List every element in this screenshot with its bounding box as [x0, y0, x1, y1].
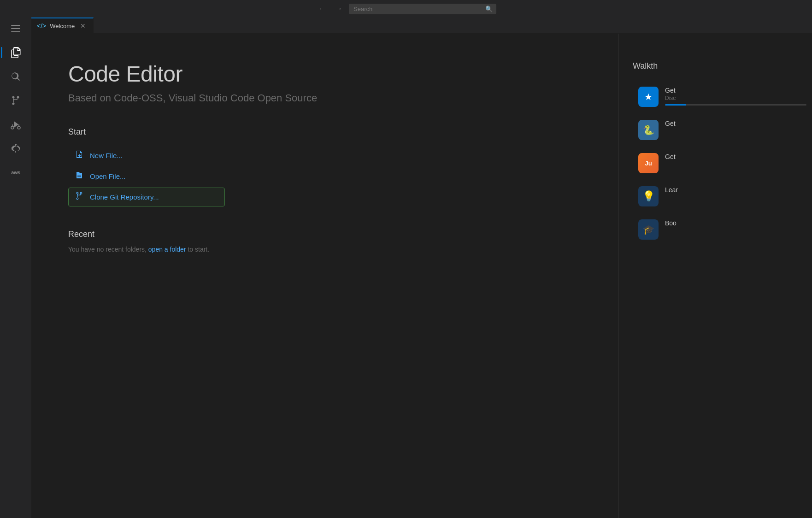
welcome-tab-label: Welcome — [50, 23, 75, 29]
get-started-text: Get Disc — [665, 87, 806, 106]
sidebar-item-explorer[interactable] — [5, 41, 27, 64]
get-python-title: Get — [665, 120, 806, 127]
new-file-icon — [74, 150, 84, 161]
top-bar: ← → 🔍 — [0, 0, 812, 18]
get-started-icon: ★ — [638, 87, 659, 107]
clone-git-label: Clone Git Repository... — [90, 193, 159, 201]
svg-point-7 — [18, 126, 20, 129]
welcome-content: Code Editor Based on Code-OSS, Visual St… — [31, 34, 812, 518]
new-file-label: New File... — [90, 152, 123, 159]
walkthrough-item-get-python[interactable]: 🐍 Get — [633, 115, 812, 145]
svg-point-6 — [11, 126, 14, 129]
recent-section-title: Recent — [68, 230, 582, 239]
learn-text: Lear — [665, 186, 806, 194]
svg-point-3 — [12, 96, 15, 99]
get-python-text: Get — [665, 120, 806, 127]
welcome-tab-icon: </> — [37, 22, 46, 29]
svg-rect-0 — [11, 25, 20, 26]
get-jupyter-title: Get — [665, 153, 806, 160]
walkthrough-item-boost[interactable]: 🎓 Boo — [633, 215, 812, 244]
sidebar-item-run-debug[interactable] — [5, 113, 27, 135]
walkthrough-items-list: ★ Get Disc 🐍 Get — [633, 82, 812, 244]
get-started-progress-fill — [665, 104, 686, 106]
back-button[interactable]: ← — [316, 3, 329, 15]
welcome-main: Code Editor Based on Code-OSS, Visual St… — [31, 34, 618, 518]
clone-git-icon — [74, 192, 84, 202]
svg-point-10 — [80, 192, 82, 194]
svg-point-8 — [76, 192, 78, 194]
sidebar-item-extensions[interactable] — [5, 137, 27, 159]
boost-text: Boo — [665, 219, 806, 227]
sidebar-item-search[interactable] — [5, 65, 27, 88]
sidebar-item-source-control[interactable] — [5, 89, 27, 112]
svg-point-5 — [17, 96, 19, 99]
get-jupyter-text: Get — [665, 153, 806, 160]
walkthrough-item-learn[interactable]: 💡 Lear — [633, 182, 812, 211]
learn-icon: 💡 — [638, 186, 659, 206]
svg-point-4 — [12, 103, 15, 105]
open-folder-link[interactable]: open a folder — [148, 246, 186, 253]
tab-welcome[interactable]: </> Welcome ✕ — [31, 18, 94, 33]
svg-rect-1 — [11, 28, 20, 29]
clone-git-button[interactable]: Clone Git Repository... — [68, 188, 225, 206]
activity-bar: aws — [0, 18, 31, 518]
search-input[interactable] — [349, 4, 496, 14]
svg-point-9 — [76, 198, 78, 200]
sidebar-item-aws[interactable]: aws — [5, 161, 27, 183]
forward-button[interactable]: → — [332, 3, 345, 15]
welcome-subtitle: Based on Code-OSS, Visual Studio Code Op… — [68, 92, 582, 104]
recent-suffix-text: to start. — [188, 246, 209, 253]
walkthrough-title: Walkth — [633, 61, 812, 71]
hamburger-menu[interactable] — [5, 21, 27, 36]
close-tab-button[interactable]: ✕ — [78, 21, 88, 30]
get-started-subtitle: Disc — [665, 95, 806, 101]
walkthrough-item-get-jupyter[interactable]: Ju Get — [633, 148, 812, 178]
tab-bar: </> Welcome ✕ — [31, 18, 812, 34]
boost-title: Boo — [665, 219, 806, 227]
walkthrough-item-get-started[interactable]: ★ Get Disc — [633, 82, 812, 112]
start-section: Start New File... — [68, 127, 582, 206]
get-jupyter-icon: Ju — [638, 153, 659, 173]
learn-title: Lear — [665, 186, 806, 194]
aws-label: aws — [11, 170, 20, 175]
open-file-icon — [74, 171, 84, 182]
get-started-progress-bar — [665, 104, 806, 106]
svg-rect-2 — [11, 31, 20, 32]
welcome-title: Code Editor — [68, 61, 582, 87]
recent-empty-text: You have no recent folders, — [68, 246, 147, 253]
recent-empty-message: You have no recent folders, open a folde… — [68, 246, 582, 253]
get-python-icon: 🐍 — [638, 120, 659, 140]
walkthrough-panel: Walkth ★ Get Disc — [618, 34, 812, 518]
recent-section: Recent You have no recent folders, open … — [68, 230, 582, 253]
start-items-list: New File... Open File... — [68, 146, 582, 206]
open-file-button[interactable]: Open File... — [68, 167, 132, 186]
editor-area: </> Welcome ✕ Code Editor Based on Code-… — [31, 18, 812, 518]
open-file-label: Open File... — [90, 172, 126, 180]
main-layout: aws </> Welcome ✕ Code Editor Based on C… — [0, 18, 812, 518]
start-section-title: Start — [68, 127, 582, 137]
boost-icon: 🎓 — [638, 219, 659, 240]
get-started-title: Get — [665, 87, 806, 94]
new-file-button[interactable]: New File... — [68, 146, 129, 165]
search-container: 🔍 — [349, 4, 496, 14]
